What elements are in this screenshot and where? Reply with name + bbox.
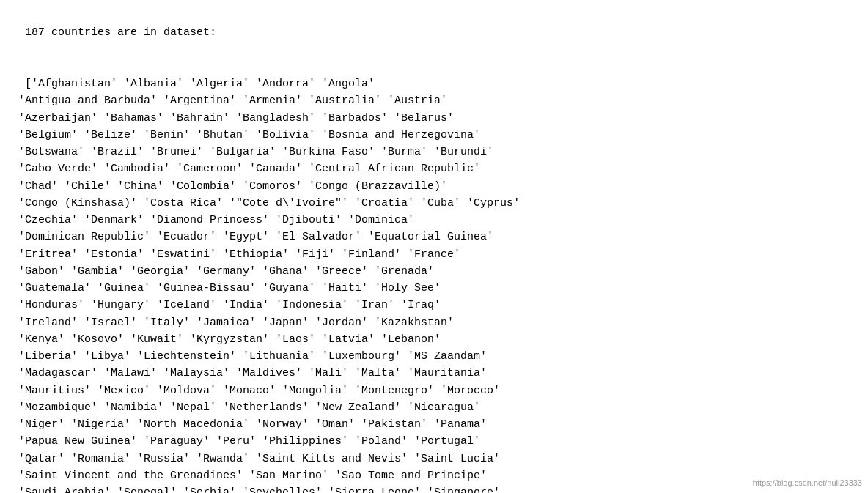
output-content: 187 countries are in dataset: ['Afghanis… <box>12 7 856 493</box>
countries-list: ['Afghanistan' 'Albania' 'Algeria' 'Ando… <box>12 78 520 493</box>
header-line: 187 countries are in dataset: <box>25 26 216 39</box>
watermark: https://blog.csdn.net/null23333 <box>753 478 862 487</box>
